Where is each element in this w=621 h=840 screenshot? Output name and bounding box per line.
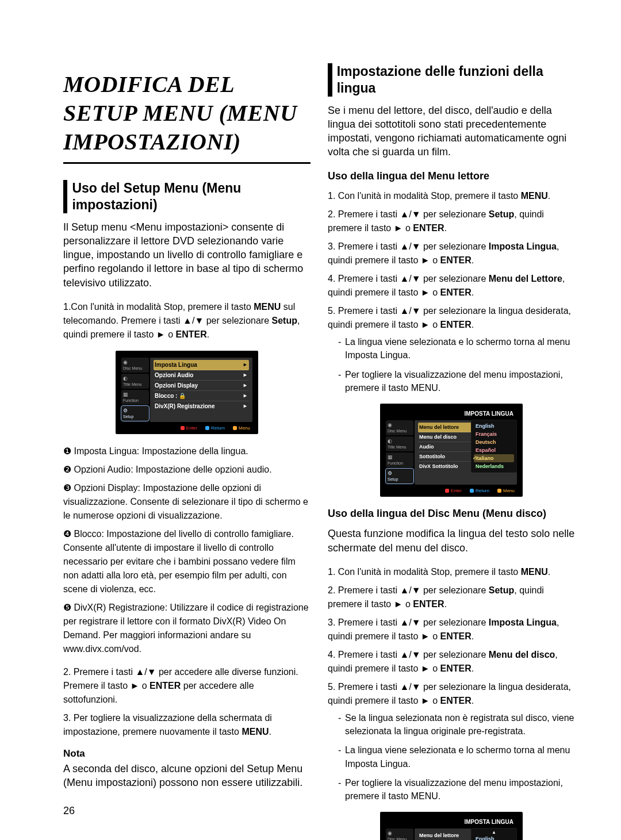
sub-heading-player-menu-lang: Uso della lingua del Menu lettore [328, 170, 575, 183]
title-icon: ◐ [388, 439, 392, 444]
osd-setup-menu: ◉Disc Menu ◐Title Menu ▦Function ⚙Setup … [116, 351, 258, 434]
disc-icon: ◉ [123, 360, 128, 365]
osd-enter-label: Enter [445, 488, 462, 493]
play-arrow-icon: ► [243, 362, 248, 367]
right-intro: Se i menu del lettore, del disco, dell'a… [328, 103, 575, 159]
disc-menu-intro: Questa funzione modifica la lingua del t… [328, 527, 575, 555]
section-heading: Impostazione delle funzioni della lingua [337, 63, 575, 97]
disc-step-4: 4. Premere i tasti ▲/▼ per selezionare M… [328, 648, 575, 676]
note-body: A seconda del disco, alcune opzioni del … [63, 762, 310, 790]
gear-icon: ⚙ [388, 471, 392, 476]
lang-option-italiano: Italiano [474, 454, 514, 462]
lang-sub-1: La lingua viene selezionata e lo schermo… [338, 335, 575, 362]
osd-header: IMPOSTA LINGUA [386, 411, 517, 417]
language-popup: English Français Deutsch Español Italian… [471, 420, 517, 473]
lang-option-deutsch: Deutsch [474, 438, 514, 446]
osd-side-title-menu: ◐Title Menu [121, 374, 149, 389]
osd-side-disc-menu: ◉Disc Menu [386, 420, 413, 435]
lang-step-5: 5. Premere i tasti ▲/▼ per selezionare l… [328, 304, 575, 394]
gear-icon: ⚙ [123, 408, 128, 413]
lang-option-espanol: Español [474, 446, 514, 454]
lang-option-francais: Français [474, 430, 514, 438]
title-rule [63, 162, 310, 164]
play-arrow-icon: ► [243, 372, 248, 378]
lang-option-english: English [474, 422, 514, 430]
bullet-blocco: ❹ Blocco: Impostazione del livello di co… [63, 527, 310, 596]
section-heading: Uso del Setup Menu (Menu impostazioni) [72, 180, 310, 213]
title-icon: ◐ [123, 376, 128, 381]
osd-enter-label: Enter [181, 425, 197, 431]
disc-step-5: 5. Premere i tasti ▲/▼ per selezionare l… [328, 680, 575, 803]
note-heading: Nota [63, 748, 310, 760]
osd-side-function: ▦Function [386, 452, 413, 467]
bullet-imposta-lingua: ❶ Imposta Lingua: Impostazione della lin… [63, 444, 310, 458]
language-popup: ▴ English Français Deutsch Español Itali… [471, 828, 517, 840]
lang-sub-2: Per togliere la visualizzazione del menu… [338, 368, 575, 394]
lock-icon: 🔒 [179, 393, 186, 399]
disc-step-3: 3. Premere i tasti ▲/▼ per selezionare I… [328, 616, 575, 643]
osd-menu-label: Menu [233, 425, 250, 431]
osd-return-label: Return [205, 425, 225, 431]
bullet-divx: ❺ DivX(R) Registrazione: Utilizzare il c… [63, 601, 310, 656]
lang-step-4: 4. Premere i tasti ▲/▼ per selezionare M… [328, 272, 575, 300]
lang-option-nederlands: Nederlands [474, 462, 514, 470]
intro-paragraph: Il Setup menu <Menu impostazioni> consen… [63, 220, 310, 290]
osd-side-title-menu: ◐Title Menu [386, 436, 413, 451]
disc-icon: ◉ [388, 423, 392, 428]
disc-sub-3: Per togliere la visualizzazione del menu… [338, 776, 575, 803]
lang-step-3: 3. Premere i tasti ▲/▼ per selezionare I… [328, 240, 575, 267]
section-setup-menu: Uso del Setup Menu (Menu impostazioni) [63, 180, 310, 213]
page-title: MODIFICA DEL SETUP MENU (MENU IMPOSTAZIO… [63, 70, 310, 156]
osd-lang-player-menu: IMPOSTA LINGUA ◉Disc Menu ◐Title Menu ▦F… [380, 404, 523, 497]
osd-side-disc-menu: ◉Disc Menu [386, 829, 413, 840]
disc-sub-2: La lingua viene selezionata e lo schermo… [338, 743, 575, 770]
osd-lang-disc-menu: IMPOSTA LINGUA ◉Disc Menu ◐Title Menu ▦F… [380, 812, 523, 840]
sub-heading-disc-menu-lang: Uso della lingua del Disc Menu (Menu dis… [328, 507, 575, 520]
function-icon: ▦ [123, 392, 128, 397]
osd-menu-label: Menu [497, 488, 515, 493]
osd-footer: Enter Return Menu [386, 488, 517, 493]
osd-row-blocco: Blocco : 🔒► [154, 391, 249, 401]
bullet-opzioni-audio: ❷ Opzioni Audio: Impostazione delle opzi… [63, 463, 310, 477]
osd-header: IMPOSTA LINGUA [386, 819, 517, 825]
osd-row-opzioni-display: Opzioni Display► [154, 381, 249, 391]
section-language-settings: Impostazione delle funzioni della lingua [328, 63, 575, 97]
osd-row-divx-reg: DivX(R) Registrazione► [154, 401, 249, 411]
osd-side-setup: ⚙Setup [121, 406, 149, 421]
osd-side-function: ▦Function [121, 390, 149, 405]
lang-step-1: 1. Con l'unità in modalità Stop, premere… [328, 189, 575, 203]
up-arrow-icon: ▴ [474, 830, 514, 835]
osd-return-label: Return [470, 488, 489, 493]
lang-option-english: English [474, 835, 514, 840]
step-1: 1.Con l'unità in modalità Stop, premere … [63, 300, 310, 342]
disc-icon: ◉ [388, 831, 392, 836]
disc-step-2: 2. Premere i tasti ▲/▼ per selezionare S… [328, 584, 575, 611]
disc-sub-1: Se la lingua selezionata non è registrat… [338, 711, 575, 738]
bullet-opzioni-display: ❸ Opzioni Display: Impostazione delle op… [63, 481, 310, 523]
play-arrow-icon: ► [243, 382, 248, 388]
osd-row-opzioni-audio: Opzioni Audio► [154, 370, 249, 381]
play-arrow-icon: ► [243, 393, 248, 398]
page-number: 26 [63, 805, 75, 817]
step-2: 2. Premere i tasti ▲/▼ per accedere alle… [63, 665, 310, 707]
osd-row-imposta-lingua: Imposta Lingua► [154, 360, 249, 370]
play-arrow-icon: ► [243, 403, 248, 409]
step-3: 3. Per togliere la visualizzazione della… [63, 711, 310, 739]
disc-step-1: 1. Con l'unità in modalità Stop, premere… [328, 565, 575, 579]
lang-step-2: 2. Premere i tasti ▲/▼ per selezionare S… [328, 208, 575, 235]
function-icon: ▦ [388, 455, 393, 460]
osd-footer: Enter Return Menu [121, 425, 252, 431]
osd-side-setup: ⚙Setup [386, 469, 413, 484]
osd-side-disc-menu: ◉Disc Menu [121, 358, 149, 373]
